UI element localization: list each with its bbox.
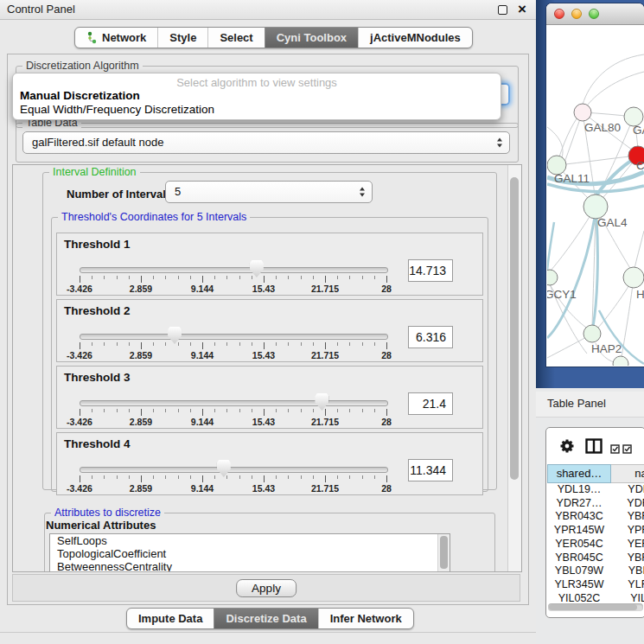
minimize-traffic-light-icon[interactable] — [571, 9, 582, 19]
slider-tick — [386, 475, 387, 482]
table-cell[interactable]: YLR3 — [611, 578, 644, 592]
table-row[interactable]: YER054CYER0 — [546, 538, 644, 552]
column-header-shared[interactable]: shared… — [547, 464, 611, 483]
apply-button[interactable]: Apply — [236, 579, 296, 597]
table-cell[interactable]: YBL0 — [611, 564, 644, 578]
table-row[interactable]: YPR145WYPR1 — [546, 524, 644, 538]
slider-tick — [374, 342, 375, 346]
threshold-slider-track[interactable] — [80, 400, 388, 406]
num-intervals-combobox[interactable]: 5 — [165, 181, 373, 203]
table-cell[interactable]: YBL079W — [547, 564, 611, 578]
checkbox-icon[interactable] — [610, 442, 620, 457]
threshold-slider-track[interactable] — [80, 334, 388, 340]
network-edge[interactable] — [585, 72, 644, 108]
network-node-hap2[interactable] — [583, 325, 601, 342]
table-cell[interactable]: YBR0 — [611, 552, 644, 565]
table-horizontal-scrollbar-thumb[interactable] — [549, 604, 637, 610]
table-cell[interactable]: YDR27… — [547, 497, 611, 511]
tab-jactivemnodules[interactable]: jActiveMNodules — [358, 28, 472, 48]
table-panel-title: Table Panel — [547, 397, 606, 410]
tab-network[interactable]: Network — [75, 28, 157, 48]
network-edge[interactable] — [622, 277, 634, 357]
table-cell[interactable]: YDL19… — [547, 483, 611, 497]
slider-tick — [226, 342, 227, 346]
network-canvas-svg[interactable]: GAL80GACGAL11GAL4GCY1HHAP2 — [547, 25, 644, 366]
combobox-spinner-icon — [360, 188, 365, 197]
slider-tick — [153, 342, 154, 346]
column-header-na[interactable]: na — [611, 464, 644, 483]
table-cell[interactable]: YER0 — [611, 538, 644, 552]
tab-style[interactable]: Style — [157, 28, 207, 48]
panel-scrollbar-thumb[interactable] — [510, 177, 519, 480]
algorithm-option-manual-discretization[interactable]: Manual Discretization — [13, 89, 501, 103]
network-canvas[interactable]: GAL80GACGAL11GAL4GCY1HHAP2 — [547, 25, 644, 366]
threshold-value-field[interactable]: 6.316 — [408, 326, 453, 348]
table-cell[interactable]: YBR0 — [611, 510, 644, 524]
network-node-gcy1[interactable] — [547, 270, 558, 285]
table-row[interactable]: YBR045CYBR0 — [546, 552, 644, 565]
tab-discretize-data[interactable]: Discretize Data — [214, 609, 317, 628]
table-cell[interactable]: YPR1 — [611, 524, 644, 538]
table-data-combobox[interactable]: galFiltered.sif default node — [22, 131, 510, 154]
threshold-panel-1: Threshold 1-3.4262.8599.14415.4321.71528… — [56, 233, 483, 296]
close-traffic-light-icon[interactable] — [554, 9, 564, 19]
list-scrollbar[interactable] — [437, 534, 450, 572]
tab-infer-network[interactable]: Infer Network — [318, 609, 413, 628]
table-cell[interactable]: YBR043C — [547, 510, 611, 524]
float-window-icon[interactable] — [498, 5, 507, 15]
split-view-icon[interactable] — [585, 438, 603, 457]
slider-tick — [202, 409, 203, 416]
slider-tick-label: 2.859 — [130, 284, 152, 294]
table-row[interactable]: YLR345WYLR3 — [546, 578, 644, 592]
close-icon[interactable]: × — [518, 1, 526, 18]
threshold-value-field[interactable]: 14.713 — [408, 259, 453, 282]
network-edge[interactable] — [557, 156, 630, 165]
network-node[interactable] — [613, 356, 628, 366]
threshold-slider-thumb[interactable] — [217, 460, 231, 477]
attribute-item-betweennesscentrality[interactable]: BetweennessCentrality — [50, 560, 450, 572]
network-node[interactable] — [623, 267, 644, 288]
zoom-traffic-light-icon[interactable] — [589, 9, 599, 19]
algorithm-dropdown-popup: Select algorithm to view settings Manual… — [12, 73, 501, 120]
slider-tick — [362, 409, 363, 412]
attribute-item-topologicalcoefficient[interactable]: TopologicalCoefficient — [50, 547, 450, 560]
tab-impute-data[interactable]: Impute Data — [127, 609, 214, 628]
tab-cyni-toolbox[interactable]: Cyni Toolbox — [265, 28, 358, 48]
table-row[interactable]: YBR043CYBR0 — [546, 510, 644, 524]
network-edge[interactable] — [583, 54, 644, 105]
list-scrollbar-thumb[interactable] — [440, 536, 448, 569]
threshold-value-field[interactable]: 11.344 — [408, 459, 453, 481]
threshold-slider-track[interactable] — [80, 467, 388, 473]
table-cell[interactable]: YDR2 — [611, 497, 644, 511]
network-edge[interactable] — [547, 222, 554, 271]
network-window-titlebar[interactable] — [546, 3, 644, 25]
threshold-slider-track[interactable] — [80, 267, 388, 273]
slider-tick — [92, 475, 92, 479]
algorithm-option-equal-width-frequency-discretization[interactable]: Equal Width/Frequency Discretization — [13, 103, 501, 117]
tab-select[interactable]: Select — [207, 28, 264, 48]
network-node-gal80[interactable] — [574, 104, 591, 121]
gear-icon[interactable] — [558, 437, 576, 458]
threshold-slider-thumb[interactable] — [168, 327, 182, 344]
checkbox-icon[interactable] — [622, 442, 632, 457]
table-row[interactable]: YBL079WYBL0 — [546, 564, 644, 578]
threshold-slider-thumb[interactable] — [315, 393, 328, 411]
attribute-item-selfloops[interactable]: SelfLoops — [50, 534, 450, 547]
network-edge[interactable] — [547, 127, 563, 160]
table-cell[interactable]: YBR045C — [547, 552, 611, 565]
threshold-value-field[interactable]: 21.4 — [408, 392, 453, 415]
table-row[interactable]: YDR27…YDR2 — [546, 497, 644, 511]
numerical-attributes-list[interactable]: SelfLoopsTopologicalCoefficientBetweenne… — [49, 533, 450, 572]
network-edge[interactable] — [634, 231, 644, 269]
network-node-gal4[interactable] — [583, 194, 608, 219]
panel-scrollbar[interactable] — [507, 165, 521, 571]
network-node-label: GAL11 — [554, 172, 590, 185]
table-horizontal-scrollbar[interactable] — [548, 603, 643, 611]
threshold-slider-thumb[interactable] — [250, 260, 264, 277]
table-cell[interactable]: YPR145W — [547, 524, 611, 538]
slider-tick — [374, 409, 375, 412]
table-row[interactable]: YDL19…YDL1 — [546, 483, 644, 497]
table-cell[interactable]: YDL1 — [611, 483, 644, 497]
table-cell[interactable]: YLR345W — [547, 578, 611, 592]
table-cell[interactable]: YER054C — [547, 538, 611, 552]
